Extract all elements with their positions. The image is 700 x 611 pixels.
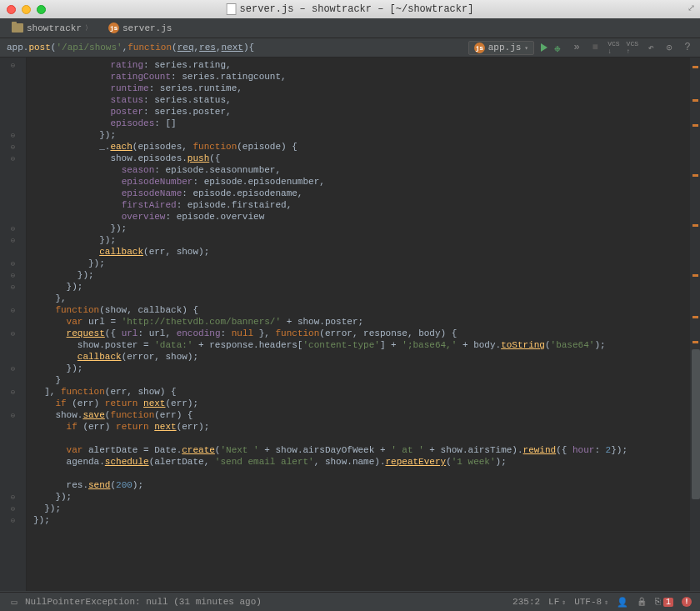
code-line[interactable]: callback(err, show); [33,246,683,258]
code-line[interactable]: poster: series.poster, [33,106,683,118]
code-line[interactable]: }); [33,281,683,293]
fullscreen-icon[interactable]: ⤢ [688,3,695,13]
bc-p2: res [199,43,216,53]
fold-marker[interactable]: ⊖ [0,328,26,339]
code-line[interactable]: status: series.status, [33,94,683,106]
scrollbar-thumb[interactable] [692,349,700,499]
project-tab[interactable]: showtrackr 〉 [5,22,98,35]
code-line[interactable]: _.each(episodes, function(episode) { [33,141,683,153]
vcs-update-button[interactable]: VCS↓ [608,40,619,55]
code-line[interactable]: show.episodes.push({ [33,153,683,164]
status-message[interactable]: NullPointerException: null (31 minutes a… [25,597,262,607]
vcs-commit-button[interactable]: VCS↑ [627,40,638,55]
cursor-position[interactable]: 235:2 [512,597,540,607]
fold-marker[interactable]: ⊖ [0,363,26,374]
code-line[interactable]: }); [33,258,683,269]
code-line[interactable] [33,468,683,479]
chevron-right-icon: 〉 [85,23,92,33]
fold-marker[interactable]: ⊖ [0,409,26,421]
code-line[interactable]: }); [33,129,683,141]
fold-marker[interactable]: ⊖ [0,234,26,246]
fold-marker[interactable]: ⊖ [0,269,26,281]
bc-route: '/api/shows' [56,43,122,53]
gutter[interactable]: ⊖ ⊖ ⊖ ⊖ ⊖ ⊖ ⊖ ⊖ ⊖ ⊖ ⊖ ⊖ ⊖ ⊖ ⊖ ⊖ ⊖ [0,58,27,591]
code-line[interactable]: firstAired: episode.firstaired, [33,199,683,211]
zoom-window-button[interactable] [37,5,46,14]
code-line[interactable]: season: episode.seasonnumber, [33,164,683,176]
fold-marker[interactable]: ⊖ [0,503,26,514]
inspect-icon[interactable]: 👤 [617,597,628,608]
code-line[interactable]: } [33,374,683,386]
fold-marker[interactable]: ⊖ [0,386,26,398]
fold-marker[interactable]: ⊖ [0,223,26,234]
code-line[interactable]: episodes: [] [33,118,683,129]
file-tab[interactable]: js server.js [102,21,178,35]
code-line[interactable]: show.save(function(err) { [33,409,683,421]
code-line[interactable]: var url = 'http://thetvdb.com/banners/' … [33,316,683,328]
breadcrumb[interactable]: app.post('/api/shows', function(req, res… [7,43,254,53]
fold-marker[interactable]: ⊖ [0,304,26,316]
code-line[interactable] [33,433,683,444]
code-line[interactable]: }); [33,503,683,514]
fold-marker[interactable]: ⊖ [0,153,26,164]
js-file-icon: js [474,43,485,53]
tool-window-icon[interactable]: ▭ [8,596,20,608]
code-line[interactable]: }, [33,293,683,304]
error-stripe[interactable] [690,58,700,591]
close-window-button[interactable] [7,5,16,14]
code-line[interactable]: if (err) return next(err); [33,398,683,409]
window-title: server.js – showtrackr – [~/showtrackr] [227,3,474,15]
code-line[interactable]: }); [33,223,683,234]
error-count[interactable]: ⎘1 [655,597,673,607]
help-button[interactable]: ? [682,42,693,53]
code-line[interactable]: episodeNumber: episode.episodenumber, [33,176,683,188]
fold-marker[interactable]: ⊖ [0,141,26,153]
fold-marker[interactable]: ⊖ [0,59,26,71]
coverage-button[interactable]: » [571,42,582,53]
fold-marker[interactable]: ⊖ [0,514,26,526]
debug-button[interactable]: ❉ [554,43,564,53]
code-line[interactable]: }); [33,234,683,246]
run-button[interactable] [541,43,548,52]
editor[interactable]: ⊖ ⊖ ⊖ ⊖ ⊖ ⊖ ⊖ ⊖ ⊖ ⊖ ⊖ ⊖ ⊖ ⊖ ⊖ ⊖ ⊖ rating… [0,58,700,591]
lock-icon[interactable] [637,597,647,607]
fold-marker[interactable]: ⊖ [0,491,26,503]
run-config-label: app.js [488,43,522,53]
code-content[interactable]: rating: series.rating, ratingCount: seri… [27,58,690,591]
run-config-selector[interactable]: js app.js ▾ [468,41,534,55]
stop-button[interactable]: ■ [589,42,601,53]
settings-button[interactable]: ⊙ [663,42,675,53]
code-line[interactable]: ratingCount: series.ratingcount, [33,71,683,83]
code-line[interactable]: }); [33,363,683,374]
code-line[interactable]: }); [33,514,683,526]
code-line[interactable]: episodeName: episode.episodename, [33,188,683,199]
code-line[interactable]: runtime: series.runtime, [33,83,683,94]
minimize-window-button[interactable] [22,5,31,14]
code-line[interactable]: show.poster = 'data:' + response.headers… [33,339,683,351]
code-line[interactable]: res.send(200); [33,479,683,491]
line-separator[interactable]: LF ⇕ [548,597,566,607]
code-line[interactable]: function(show, callback) { [33,304,683,316]
fold-marker[interactable]: ⊖ [0,258,26,269]
code-line[interactable]: overview: episode.overview [33,211,683,223]
fold-marker[interactable]: ⊖ [0,281,26,293]
code-line[interactable]: ], function(err, show) { [33,386,683,398]
window-controls [7,5,46,14]
code-line[interactable]: request({ url: url, encoding: null }, fu… [33,328,683,339]
code-line[interactable]: if (err) return next(err); [33,421,683,433]
code-line[interactable]: rating: series.rating, [33,59,683,71]
bc-brace: { [249,43,255,53]
fold-marker[interactable]: ⊖ [0,129,26,141]
code-line[interactable]: agenda.schedule(alertDate, 'send email a… [33,456,683,468]
code-line[interactable]: }); [33,269,683,281]
code-line[interactable]: callback(error, show); [33,351,683,363]
bc-p3: next [222,43,243,53]
file-encoding[interactable]: UTF-8 ⇕ [574,597,608,607]
code-line[interactable]: var alertDate = Date.create('Next ' + sh… [33,444,683,456]
file-icon [227,3,237,15]
undo-button[interactable]: ↶ [645,42,657,53]
code-line[interactable]: }); [33,491,683,503]
status-bar: ▭ NullPointerException: null (31 minutes… [0,592,700,611]
bc-fn: function [128,43,172,53]
warning-icon[interactable]: ! [682,597,692,607]
